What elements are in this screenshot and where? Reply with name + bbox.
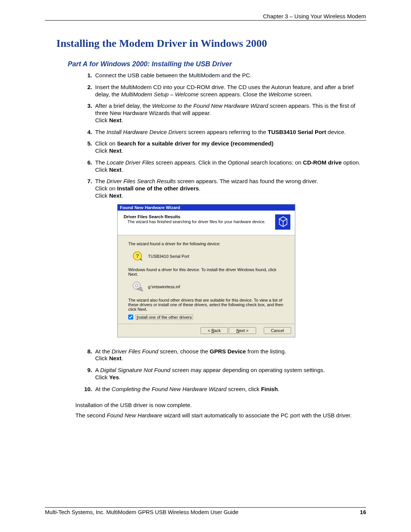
page-footer: Multi-Tech Systems, Inc. MultiModem GPRS… [45,507,366,515]
t: screen appears. Close the [199,91,268,97]
step-number: 9. [83,367,92,381]
t: screen appears referring to the [186,129,268,135]
t: Click [95,166,109,173]
page: Chapter 3 – Using Your Wireless Modem In… [0,0,411,434]
t-italic: Digital Signature Not Found [100,367,170,373]
step-8: 8. At the Driver Files Found screen, cho… [83,348,366,363]
t: Click [95,355,109,361]
step-text: At the Driver Files Found screen, choose… [95,348,366,363]
t: Click on [95,140,117,147]
install-other-drivers-label[interactable]: Install one of the other drivers [135,315,193,320]
t: screen. [292,91,312,97]
t: option. [342,159,360,166]
t: screen, click [226,386,261,392]
wizard-header: Driver Files Search Results The wizard h… [118,211,295,235]
t-italic: Found New Hardware [107,412,162,419]
t: After a brief delay, the [95,102,152,109]
step-3: 3. After a brief delay, the Welcome to t… [83,102,366,124]
svg-point-5 [135,284,138,287]
step-number: 8. [83,348,92,363]
unknown-device-icon: ? [132,251,143,262]
t: The [95,129,107,135]
t-bold: Next [109,117,122,123]
wizard-header-title: Driver Files Search Results [124,214,272,219]
step-text: At the Completing the Found New Hardware… [95,386,366,393]
step-number: 6. [83,159,92,174]
t-bold: Search for a suitable driver for my devi… [117,140,274,147]
t: . [119,374,121,380]
svg-text:?: ? [135,252,139,259]
t: screen appears. The wizard has found the… [176,178,318,184]
t: At the [95,386,112,392]
step-1: 1. Connect the USB cable between the Mul… [83,72,366,79]
t: wizard will start automatically to assoc… [162,412,352,419]
t: At the [95,348,112,355]
t-bold: Next [109,147,122,154]
closing-paragraph-1: Installation of the USB driver is now co… [75,402,366,409]
instruction-list-a: 1. Connect the USB cable between the Mul… [83,72,366,200]
cancel-button[interactable]: Cancel [264,327,291,334]
section-title: Part A for Windows 2000: Installing the … [68,60,366,68]
t: from the listing. [246,348,286,355]
t: screen appears. Click in the Optional se… [154,159,303,166]
driver-path: g:\mtswireless.inf [148,284,180,289]
page-number: 16 [360,509,366,515]
step-text: The Install Hardware Device Drivers scre… [95,129,366,136]
t: < [208,328,211,333]
wizard-text: The wizard found a driver for the follow… [128,241,284,246]
device-row: ? TUSB3410 Serial Port [128,249,284,267]
wizard-container: Found New Hardware Wizard Driver Files S… [117,204,366,337]
t-italic: Completing the Found New Hardware Wizard [112,386,226,392]
install-other-drivers-checkbox[interactable] [128,315,133,320]
t-italic: Welcome to the Found New Hardware Wizard [152,102,268,109]
t: A [95,367,100,373]
wizard-text: Windows found a driver for this device. … [128,267,284,276]
t: Click [95,117,109,123]
t-bold: Yes [109,374,119,380]
t: device. [326,129,346,135]
step-text: After a brief delay, the Welcome to the … [95,102,366,124]
t: N [236,328,239,333]
t-italic: Locate Driver Files [107,159,154,166]
step-number: 5. [83,140,92,155]
t-italic: Welcome [269,91,292,97]
t-bold: Finish [261,386,278,392]
wizard-body: The wizard found a driver for the follow… [118,235,295,324]
wizard-header-subtitle: The wizard has finished searching for dr… [124,219,272,224]
header-rule: Chapter 3 – Using Your Wireless Modem [45,13,366,21]
t-bold: Next [109,355,122,361]
t-bold: Next [109,192,122,199]
t: The [95,159,107,166]
t: nstall one of the other drivers [138,315,192,320]
t: . [278,386,279,392]
closing-paragraph-2: The second Found New Hardware wizard wil… [75,412,366,419]
step-7: 7. The Driver Files Search Results scree… [83,178,366,199]
t: . [121,355,123,361]
t: Click [95,374,109,380]
step-4: 4. The Install Hardware Device Drivers s… [83,129,366,136]
step-number: 7. [83,178,92,199]
step-text: Connect the USB cable between the MultiM… [95,72,366,79]
step-number: 10. [83,386,92,393]
t-italic: Install Hardware Device Drivers [107,129,186,135]
wizard-footer: < BackNext >Cancel [118,324,295,337]
footer-left: Multi-Tech Systems, Inc. MultiModem GPRS… [45,509,238,515]
back-button[interactable]: < Back [201,327,228,334]
t-bold: CD-ROM drive [303,159,342,166]
step-number: 3. [83,102,92,124]
t: ext > [239,328,249,333]
step-2: 2. Insert the MultiModem CD into your CD… [83,84,366,98]
t-bold: Install one of the other drivers [117,185,199,192]
t: . [121,147,123,154]
install-other-drivers-row: Install one of the other drivers [128,315,284,320]
t: screen may appear depending on operating… [170,367,325,373]
step-text: Insert the MultiModem CD into your CD-RO… [95,84,366,98]
t-italic: Driver Files Search Results [107,178,176,184]
step-6: 6. The Locate Driver Files screen appear… [83,159,366,174]
step-number: 4. [83,129,92,136]
wizard-header-text: Driver Files Search Results The wizard h… [124,214,272,230]
page-title: Installing the Modem Driver in Windows 2… [56,37,366,50]
next-button[interactable]: Next > [229,327,256,334]
found-new-hardware-wizard: Found New Hardware Wizard Driver Files S… [117,204,295,337]
t-bold: TUSB3410 Serial Port [268,129,326,135]
